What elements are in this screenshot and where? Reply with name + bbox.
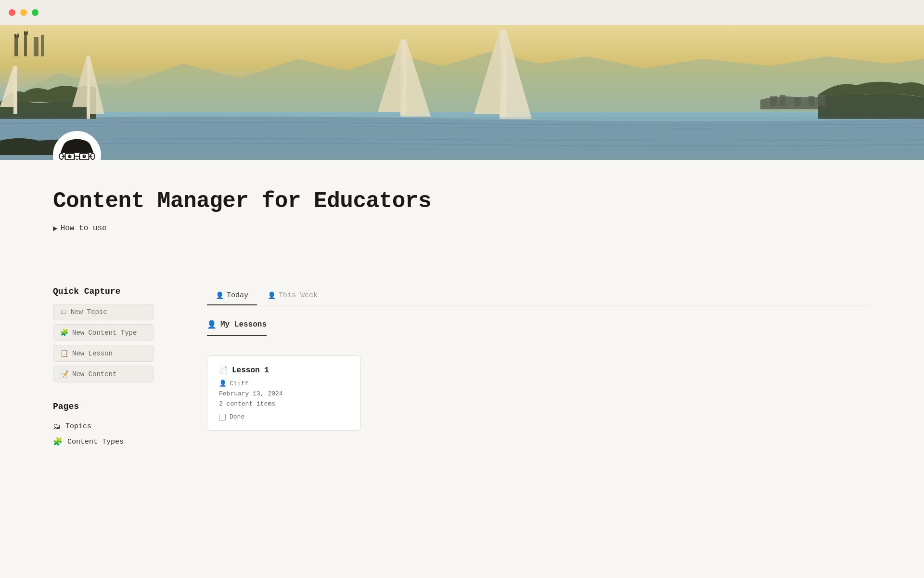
svg-rect-11 <box>24 32 27 56</box>
new-lesson-label: New Lesson <box>72 350 113 357</box>
content-types-link-icon: 🧩 <box>53 437 63 447</box>
today-tab-label: Today <box>227 291 248 300</box>
svg-rect-9 <box>818 95 825 106</box>
triangle-icon: ▶ <box>53 223 58 233</box>
svg-rect-8 <box>808 96 814 106</box>
svg-rect-7 <box>794 97 801 106</box>
lesson-card[interactable]: 📄 Lesson 1 👤 Cliff February 13, 2024 2 c… <box>207 355 361 431</box>
quick-capture-buttons: 🗂 New Topic 🧩 New Content Type 📋 New Les… <box>53 304 178 382</box>
tabs-container: 👤 Today 👤 This Week <box>207 287 871 305</box>
main-layout: Quick Capture 🗂 New Topic 🧩 New Content … <box>0 287 924 469</box>
new-topic-button[interactable]: 🗂 New Topic <box>53 304 154 320</box>
avatar-image <box>56 134 98 160</box>
quick-capture-title: Quick Capture <box>53 287 178 296</box>
svg-rect-15 <box>17 34 19 38</box>
how-to-use-toggle[interactable]: ▶ How to use <box>53 223 621 233</box>
lesson-doc-icon: 📄 <box>219 366 228 375</box>
page-title: Content Manager for Educators <box>53 189 621 214</box>
titlebar <box>0 0 924 25</box>
lesson-date: February 13, 2024 <box>219 390 349 397</box>
content-icon: 📝 <box>60 370 68 378</box>
done-label: Done <box>230 413 244 420</box>
sidebar: Quick Capture 🗂 New Topic 🧩 New Content … <box>53 287 178 449</box>
my-lessons-icon: 👤 <box>207 320 217 329</box>
tab-today[interactable]: 👤 Today <box>207 287 257 305</box>
my-lessons-label: My Lessons <box>220 320 267 329</box>
new-content-button[interactable]: 📝 New Content <box>53 366 154 382</box>
new-content-type-button[interactable]: 🧩 New Content Type <box>53 324 154 341</box>
new-topic-label: New Topic <box>71 308 107 316</box>
new-content-type-label: New Content Type <box>72 329 137 337</box>
svg-point-26 <box>68 155 72 158</box>
maximize-button[interactable] <box>32 9 38 16</box>
svg-rect-16 <box>24 31 26 35</box>
new-lesson-button[interactable]: 📋 New Lesson <box>53 345 154 362</box>
this-week-tab-label: This Week <box>279 291 318 300</box>
lesson-author: 👤 Cliff <box>219 380 349 387</box>
close-button[interactable] <box>9 9 15 16</box>
topics-link-label: Topics <box>65 422 91 431</box>
lesson-icon: 📋 <box>60 349 68 357</box>
hero-banner <box>0 25 924 160</box>
minimize-button[interactable] <box>20 9 27 16</box>
content-types-link-label: Content Types <box>67 438 124 446</box>
svg-rect-17 <box>26 31 28 35</box>
lesson-author-name: Cliff <box>230 380 248 387</box>
pages-section: Pages 🗂 Topics 🧩 Content Types <box>53 402 178 449</box>
author-icon: 👤 <box>219 380 227 387</box>
svg-rect-5 <box>770 96 777 106</box>
page-content-area: Content Manager for Educators ▶ How to u… <box>0 160 674 267</box>
main-content: 👤 Today 👤 This Week 👤 My Lessons 📄 Lesso… <box>207 287 871 449</box>
this-week-tab-icon: 👤 <box>268 291 276 300</box>
lesson-name-label: Lesson 1 <box>232 366 269 375</box>
lessons-list: 📄 Lesson 1 👤 Cliff February 13, 2024 2 c… <box>207 355 871 431</box>
topics-link[interactable]: 🗂 Topics <box>53 419 178 434</box>
svg-rect-12 <box>34 37 38 56</box>
svg-rect-13 <box>41 35 44 56</box>
svg-point-28 <box>70 156 71 157</box>
topic-icon: 🗂 <box>60 308 67 316</box>
pages-title: Pages <box>53 402 178 411</box>
hero-image <box>0 25 924 160</box>
content-type-icon: 🧩 <box>60 328 68 337</box>
done-checkbox[interactable] <box>219 414 226 420</box>
topics-link-icon: 🗂 <box>53 422 61 431</box>
content-types-link[interactable]: 🧩 Content Types <box>53 434 178 449</box>
lesson-name: 📄 Lesson 1 <box>219 366 349 375</box>
section-divider <box>0 267 924 267</box>
svg-point-29 <box>84 156 85 157</box>
how-to-use-label: How to use <box>61 224 107 233</box>
new-content-label: New Content <box>72 370 116 378</box>
lesson-content-items: 2 content items <box>219 400 349 407</box>
svg-rect-10 <box>14 35 18 56</box>
svg-rect-6 <box>780 95 785 106</box>
svg-point-27 <box>82 155 86 158</box>
tab-this-week[interactable]: 👤 This Week <box>259 287 326 305</box>
today-tab-icon: 👤 <box>216 291 224 300</box>
svg-rect-14 <box>14 34 16 38</box>
my-lessons-header: 👤 My Lessons <box>207 320 267 336</box>
done-checkbox-row[interactable]: Done <box>219 413 349 420</box>
